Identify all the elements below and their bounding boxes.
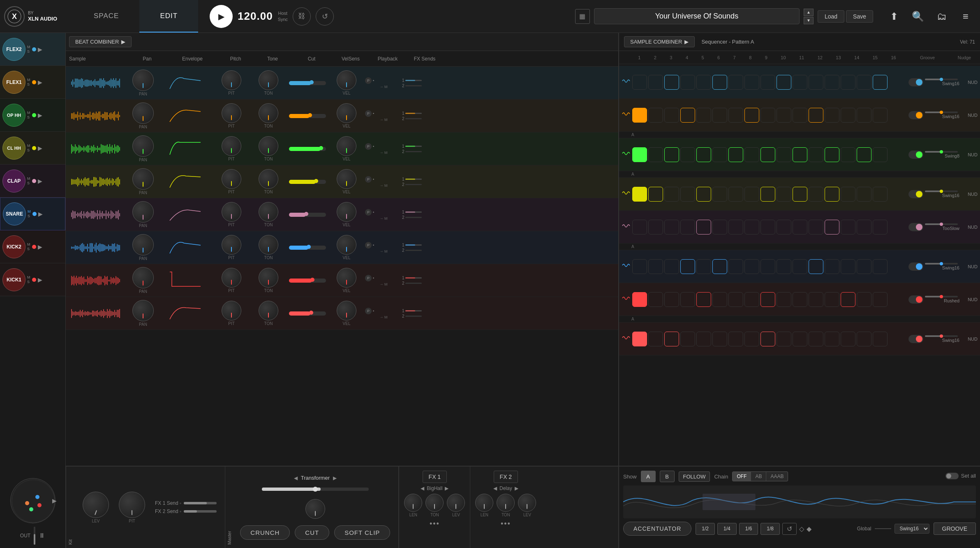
seq-cell-5-7[interactable]: [744, 259, 759, 274]
cut-slider-2[interactable]: [287, 147, 328, 151]
seq-cell-4-12[interactable]: [825, 220, 839, 235]
vel-knob-1[interactable]: VEL: [328, 103, 365, 128]
seq-cell-4-2[interactable]: [664, 220, 679, 235]
seq-cell-3-7[interactable]: [744, 187, 759, 202]
env-5[interactable]: [164, 237, 213, 258]
vel-knob-6[interactable]: VEL: [328, 268, 365, 293]
env-2[interactable]: [164, 138, 213, 159]
drum-pad-snare[interactable]: SNARE M S ▶: [0, 197, 65, 230]
seq-cell-1-0[interactable]: [632, 108, 647, 123]
seq-cell-6-5[interactable]: [712, 292, 727, 307]
swing-select[interactable]: Swing16 Swing8 TooSlow Rushed: [894, 524, 929, 534]
seq-cell-2-4[interactable]: [696, 147, 711, 162]
accentuator-button[interactable]: ACCENTUATOR: [623, 522, 691, 536]
master-volume-slider[interactable]: [34, 527, 35, 545]
time-sixth[interactable]: 1/6: [739, 523, 758, 535]
env-7[interactable]: [164, 303, 213, 324]
drum-pad-flex1[interactable]: FLEX1 M S ▶: [0, 66, 65, 99]
seq-cell-3-6[interactable]: [728, 187, 743, 202]
soft-clip-button[interactable]: SOFT CLIP: [334, 525, 390, 540]
seq-cell-0-15[interactable]: [873, 75, 888, 90]
save-button[interactable]: Save: [846, 10, 873, 23]
pitch-knob-1[interactable]: PIT: [213, 103, 250, 128]
sample-combiner-button[interactable]: SAMPLE COMBINER ▶: [624, 36, 695, 47]
seq-cell-1-14[interactable]: [857, 108, 871, 123]
pan-knob-3[interactable]: PAN: [122, 168, 164, 195]
seq-toggle-2[interactable]: [908, 151, 923, 159]
seq-cell-3-3[interactable]: [680, 187, 695, 202]
seq-cell-7-5[interactable]: [712, 332, 727, 346]
vel-knob-3[interactable]: VEL: [328, 169, 365, 194]
seq-cell-5-6[interactable]: [728, 259, 743, 274]
seq-cell-2-6[interactable]: [728, 147, 743, 162]
seq-cell-1-10[interactable]: [793, 108, 807, 123]
fx2-button[interactable]: FX 2: [494, 471, 518, 483]
crunch-button[interactable]: CRUNCH: [240, 525, 290, 540]
seq-cell-4-7[interactable]: [744, 220, 759, 235]
seq-cell-7-7[interactable]: [744, 332, 759, 346]
mute-snare[interactable]: M: [28, 210, 31, 214]
env-6[interactable]: [164, 270, 213, 291]
fx2-right-arrow[interactable]: ▶: [515, 485, 518, 491]
seq-cell-7-11[interactable]: [809, 332, 823, 346]
seq-cell-6-14[interactable]: [857, 292, 871, 307]
seq-cell-7-4[interactable]: [696, 332, 711, 346]
tone-knob-2[interactable]: TON: [250, 136, 287, 161]
pan-knob-1[interactable]: PAN: [122, 102, 164, 129]
seq-cell-3-14[interactable]: [857, 187, 871, 202]
drum-pad-kick1[interactable]: KICK1 M S ▶: [0, 263, 65, 296]
seq-cell-7-13[interactable]: [841, 332, 855, 346]
load-button[interactable]: Load: [818, 10, 844, 23]
seq-cell-3-4[interactable]: [696, 187, 711, 202]
groove-button[interactable]: GROOVE: [934, 522, 976, 535]
seq-cell-0-7[interactable]: [744, 75, 759, 90]
pan-knob-0[interactable]: PAN: [122, 70, 164, 96]
seq-toggle-5[interactable]: [908, 262, 923, 271]
cut-slider-7[interactable]: [287, 311, 328, 316]
seq-cell-5-11[interactable]: [809, 259, 823, 274]
seq-cell-1-13[interactable]: [841, 108, 855, 123]
fx1-right-arrow[interactable]: ▶: [445, 485, 448, 491]
seq-cell-5-8[interactable]: [760, 259, 775, 274]
seq-cell-4-0[interactable]: [632, 220, 647, 235]
tab-edit[interactable]: EDIT: [139, 0, 198, 33]
seq-cell-6-2[interactable]: [664, 292, 679, 307]
solo-flex2[interactable]: S: [27, 50, 30, 53]
play-snare[interactable]: ▶: [38, 211, 43, 217]
mute-ophh[interactable]: M: [27, 111, 30, 115]
seq-cell-5-1[interactable]: [648, 259, 663, 274]
mute-flex1[interactable]: M: [27, 78, 30, 82]
tone-knob-0[interactable]: TON: [250, 70, 287, 95]
pitch-knob-0[interactable]: PIT: [213, 70, 250, 95]
seq-cell-6-4[interactable]: [696, 292, 711, 307]
seq-cell-5-12[interactable]: [825, 259, 839, 274]
vel-knob-0[interactable]: VEL: [328, 70, 365, 95]
seq-cell-6-1[interactable]: [648, 292, 663, 307]
seq-cell-0-3[interactable]: [680, 75, 695, 90]
seq-cell-1-3[interactable]: [680, 108, 695, 123]
seq-cell-6-15[interactable]: [873, 292, 888, 307]
master-knob1[interactable]: [305, 499, 325, 519]
seq-cell-0-6[interactable]: [728, 75, 743, 90]
seq-cell-5-13[interactable]: [841, 259, 855, 274]
cut-slider-4[interactable]: [287, 213, 328, 217]
seq-toggle-3[interactable]: [908, 190, 923, 198]
seq-cell-2-9[interactable]: [777, 147, 791, 162]
solo-clhh[interactable]: S: [27, 149, 30, 152]
seq-cell-6-11[interactable]: [809, 292, 823, 307]
env-1[interactable]: [164, 105, 213, 126]
seq-cell-1-12[interactable]: [825, 108, 839, 123]
seq-cell-4-14[interactable]: [857, 220, 871, 235]
play-clap[interactable]: ▶: [38, 178, 42, 184]
seq-toggle-1[interactable]: [908, 111, 923, 119]
seq-cell-4-9[interactable]: [777, 220, 791, 235]
seq-cell-2-11[interactable]: [809, 147, 823, 162]
pan-knob-2[interactable]: PAN: [122, 135, 164, 162]
seq-cell-0-14[interactable]: [857, 75, 871, 90]
kit-pit-knob-dial[interactable]: [119, 492, 145, 518]
seq-cell-2-15[interactable]: [873, 147, 888, 162]
seq-cell-4-11[interactable]: [809, 220, 823, 235]
pan-knob-6[interactable]: PAN: [122, 267, 164, 294]
seq-cell-3-11[interactable]: [809, 187, 823, 202]
seq-cell-6-9[interactable]: [777, 292, 791, 307]
